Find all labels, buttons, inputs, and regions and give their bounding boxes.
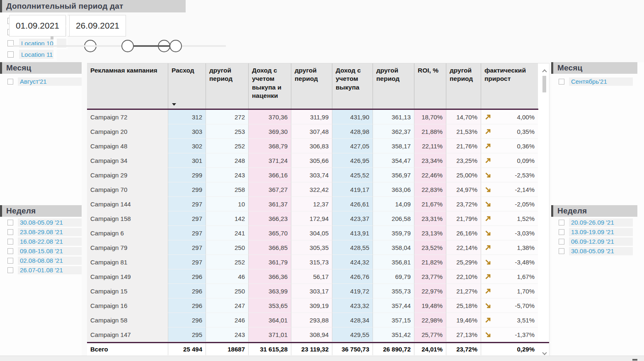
value-cell[interactable]: 366,36 — [249, 269, 291, 284]
value-cell[interactable]: 250 — [206, 284, 249, 298]
table-vertical-scrollbar[interactable] — [541, 66, 548, 354]
checkbox[interactable] — [559, 248, 564, 254]
value-cell[interactable]: 295 — [168, 327, 206, 342]
table-row[interactable]: Campaign 58296246364,01293,88428,34357,1… — [87, 313, 538, 327]
campaign-name-cell[interactable]: Campaign 79 — [87, 240, 168, 255]
value-cell[interactable]: 366,16 — [249, 168, 291, 182]
value-cell[interactable]: 23,13% — [414, 226, 446, 240]
value-cell[interactable]: 297 — [168, 240, 206, 255]
checkbox[interactable] — [7, 220, 13, 225]
value-cell[interactable]: 1,38% — [481, 240, 538, 255]
value-cell[interactable]: 22,46% — [414, 168, 446, 182]
value-cell[interactable]: 309,19 — [291, 298, 332, 313]
value-cell[interactable]: 426,61 — [332, 197, 373, 211]
value-cell[interactable]: 22,10% — [446, 269, 481, 284]
value-cell[interactable]: 25,29% — [446, 255, 481, 269]
value-cell[interactable]: 296 — [168, 298, 206, 313]
value-cell[interactable]: 302 — [168, 139, 206, 153]
value-cell[interactable]: 21,53% — [446, 124, 481, 139]
value-cell[interactable]: 23,31% — [414, 211, 446, 226]
value-cell[interactable]: 21,67% — [414, 197, 446, 211]
value-cell[interactable]: 26,16% — [446, 226, 481, 240]
value-cell[interactable]: 22,98% — [414, 313, 446, 327]
table-row[interactable]: Campaign 70299258367,27322,42419,17363,0… — [87, 182, 538, 197]
value-cell[interactable]: 423,32 — [332, 298, 373, 313]
campaign-name-cell[interactable]: Campaign 70 — [87, 182, 168, 197]
value-cell[interactable]: 419,72 — [332, 284, 373, 298]
column-header-campaign[interactable]: Рекламная кампания — [87, 63, 168, 109]
value-cell[interactable]: 305,35 — [291, 240, 332, 255]
value-cell[interactable]: 3,51% — [481, 313, 538, 327]
value-cell[interactable]: 361,79 — [249, 255, 291, 269]
value-cell[interactable]: 425,52 — [332, 168, 373, 182]
column-header-other-period[interactable]: другой период — [373, 63, 414, 109]
value-cell[interactable]: 351,42 — [373, 327, 414, 342]
campaign-name-cell[interactable]: Campaign 6 — [87, 226, 168, 240]
value-cell[interactable]: 297 — [168, 197, 206, 211]
table-row[interactable]: Campaign 6297241365,70304,05413,91359,79… — [87, 226, 538, 240]
value-cell[interactable]: 304,05 — [291, 226, 332, 240]
value-cell[interactable]: 22,97% — [414, 284, 446, 298]
value-cell[interactable]: 354,47 — [373, 153, 414, 168]
value-cell[interactable]: 356,97 — [373, 168, 414, 182]
column-header-income-buyout[interactable]: Доход с учетом выкупа — [332, 63, 373, 109]
value-cell[interactable]: 248 — [206, 153, 249, 168]
checkbox[interactable] — [7, 248, 13, 254]
value-cell[interactable]: 306,83 — [291, 139, 332, 153]
value-cell[interactable]: 1,52% — [481, 211, 538, 226]
value-cell[interactable]: 296 — [168, 269, 206, 284]
checkbox-item[interactable]: 30.08-05.09 '21 — [7, 218, 82, 227]
slider-selected-range[interactable] — [128, 45, 176, 47]
table-row[interactable]: Campaign 158297142366,23172,94423,37206,… — [87, 211, 538, 226]
value-cell[interactable]: -2,14% — [481, 182, 538, 197]
value-cell[interactable]: 19,46% — [446, 313, 481, 327]
value-cell[interactable]: 46 — [206, 269, 249, 284]
value-cell[interactable]: 69,79 — [373, 269, 414, 284]
value-cell[interactable]: 25,18% — [446, 298, 481, 313]
column-header-spend[interactable]: Расход — [168, 63, 206, 109]
value-cell[interactable]: 428,98 — [332, 124, 373, 139]
value-cell[interactable]: 243 — [206, 327, 249, 342]
value-cell[interactable]: 272 — [206, 110, 249, 124]
scroll-up-icon[interactable] — [542, 69, 547, 74]
value-cell[interactable]: 21,79% — [446, 211, 481, 226]
value-cell[interactable]: 21,27% — [446, 284, 481, 298]
table-row[interactable]: Campaign 147295243371,01308,94429,55351,… — [87, 327, 538, 342]
extra-date-end-input[interactable]: 26.09.2021 — [69, 15, 126, 36]
checkbox-item[interactable]: 23.08-29.08 '21 — [7, 228, 82, 236]
value-cell[interactable]: 21,82% — [414, 255, 446, 269]
value-cell[interactable]: 21,88% — [414, 124, 446, 139]
value-cell[interactable]: 366,85 — [249, 240, 291, 255]
value-cell[interactable]: 308,94 — [291, 327, 332, 342]
value-cell[interactable]: 426,76 — [332, 269, 373, 284]
checkbox[interactable] — [559, 229, 564, 235]
checkbox-item[interactable]: Location 11 — [7, 49, 53, 59]
value-cell[interactable]: -5,70% — [481, 298, 538, 313]
checkbox[interactable] — [559, 239, 564, 245]
table-row[interactable]: Campaign 16296247353,65309,19423,32357,4… — [87, 298, 538, 313]
value-cell[interactable]: 311,99 — [291, 110, 332, 124]
value-cell[interactable]: 355,73 — [373, 284, 414, 298]
table-row[interactable]: Campaign 72312272370,36311,99431,90361,1… — [87, 110, 538, 124]
value-cell[interactable]: 322,42 — [291, 182, 332, 197]
value-cell[interactable]: 431,90 — [332, 110, 373, 124]
value-cell[interactable]: 1,67% — [481, 269, 538, 284]
campaign-name-cell[interactable]: Campaign 149 — [87, 269, 168, 284]
value-cell[interactable]: 23,77% — [414, 269, 446, 284]
value-cell[interactable]: 23,34% — [414, 153, 446, 168]
checkbox[interactable] — [7, 229, 13, 235]
column-header-other-period[interactable]: другой период — [446, 63, 481, 109]
value-cell[interactable]: 424,32 — [332, 255, 373, 269]
value-cell[interactable]: 252 — [206, 139, 249, 153]
checkbox-item[interactable]: 06.09-12.09 '21 — [559, 237, 633, 246]
value-cell[interactable]: 419,17 — [332, 182, 373, 197]
campaign-name-cell[interactable]: Campaign 29 — [87, 168, 168, 182]
value-cell[interactable]: -3,03% — [481, 226, 538, 240]
value-cell[interactable]: 315,73 — [291, 255, 332, 269]
column-header-roi[interactable]: ROI, % — [414, 63, 446, 109]
campaign-name-cell[interactable]: Campaign 20 — [87, 124, 168, 139]
value-cell[interactable]: 368,79 — [249, 139, 291, 153]
value-cell[interactable]: 297 — [168, 226, 206, 240]
value-cell[interactable]: 252 — [206, 255, 249, 269]
checkbox-item[interactable]: Август'21 — [7, 77, 82, 86]
